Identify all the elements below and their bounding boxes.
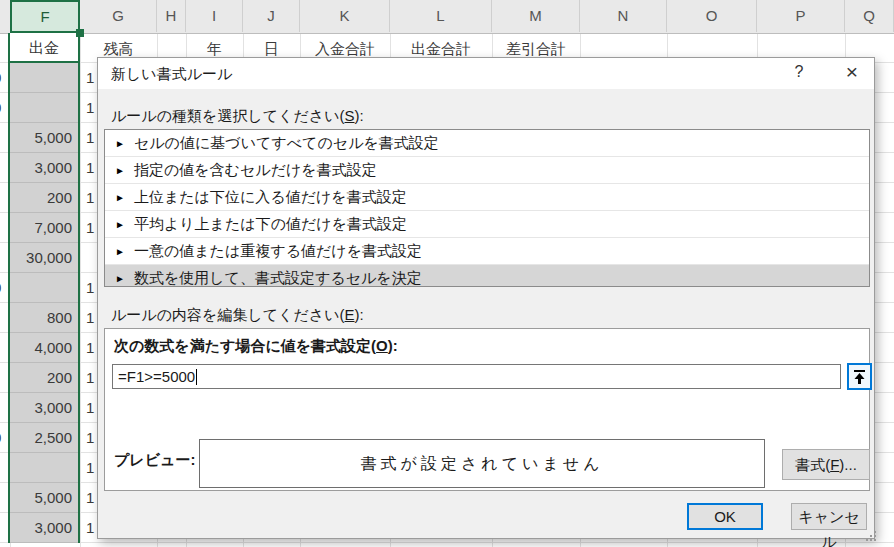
cell-e11[interactable] xyxy=(0,333,7,363)
format-button[interactable]: 書式(F)... xyxy=(782,449,870,480)
cell-g10[interactable]: 1 xyxy=(82,303,97,333)
edit-rule-label: ルールの内容を編集してください(E): xyxy=(111,306,364,325)
formula-input[interactable]: =F1>=5000 xyxy=(112,364,841,389)
cell-e16[interactable] xyxy=(0,483,7,513)
rule-type-arrow-icon: ► xyxy=(115,219,125,230)
cell-g13[interactable]: 1 xyxy=(82,393,97,423)
column-header-g[interactable]: G xyxy=(80,0,157,32)
rule-type-option-label: 平均より上または下の値だけを書式設定 xyxy=(134,215,407,232)
rule-type-option-2[interactable]: ►指定の値を含むセルだけを書式設定 xyxy=(105,157,869,184)
column-header-j[interactable]: J xyxy=(243,0,300,32)
cell-g15[interactable]: 1 xyxy=(82,453,97,483)
cell-e14[interactable]: 0 xyxy=(0,423,7,453)
sheet-gridline xyxy=(80,33,81,547)
rule-type-arrow-icon: ► xyxy=(115,192,125,203)
cell-g16[interactable]: 1 xyxy=(82,483,97,513)
cell-f17[interactable]: 3,000 xyxy=(10,513,78,543)
cell-e9[interactable]: 0 xyxy=(0,273,7,303)
rule-description-groupbox: 次の数式を満たす場合に値を書式設定(O): =F1>=5000 プレビュー: 書… xyxy=(104,328,870,491)
text-cursor xyxy=(196,369,197,385)
rule-type-option-3[interactable]: ►上位または下位に入る値だけを書式設定 xyxy=(105,184,869,211)
rule-type-label: ルールの種類を選択してください(S): xyxy=(111,107,364,126)
column-header-q[interactable]: Q xyxy=(845,0,894,32)
column-header-f[interactable]: F xyxy=(10,0,80,33)
rule-type-arrow-icon: ► xyxy=(115,273,125,284)
column-header-o[interactable]: O xyxy=(667,0,757,32)
cell-f5[interactable]: 3,000 xyxy=(10,153,78,183)
cancel-button[interactable]: キャンセル xyxy=(791,503,867,530)
column-e-values[interactable]: 0000 xyxy=(0,63,8,543)
cell-e15[interactable] xyxy=(0,453,7,483)
cell-g8[interactable] xyxy=(82,243,97,273)
cell-f16[interactable]: 5,000 xyxy=(10,483,78,513)
rule-type-arrow-icon: ► xyxy=(115,138,125,149)
rule-type-option-1[interactable]: ►セルの値に基づいてすべてのセルを書式設定 xyxy=(105,130,869,157)
cell-g11[interactable]: 1 xyxy=(82,333,97,363)
cell-f3[interactable] xyxy=(10,93,78,123)
cell-e10[interactable] xyxy=(0,303,7,333)
cell-f7[interactable]: 7,000 xyxy=(10,213,78,243)
cell-e4[interactable] xyxy=(0,123,7,153)
rule-type-option-label: セルの値に基づいてすべてのセルを書式設定 xyxy=(134,134,439,151)
column-header-strip: FGHIJKLMNOPQ xyxy=(0,0,894,34)
column-header-h[interactable]: H xyxy=(157,0,186,32)
column-g-values[interactable]: 111111111111111 xyxy=(82,63,97,543)
dialog-resize-grip[interactable] xyxy=(866,531,868,533)
cell-f1[interactable]: 出金 xyxy=(10,33,78,63)
cell-e17[interactable] xyxy=(0,513,7,543)
excel-window: FGHIJKLMNOPQ 残高年日入金合計出金合計差引合計 出金5,0003,0… xyxy=(0,0,894,547)
cell-e8[interactable] xyxy=(0,243,7,273)
cell-g12[interactable]: 1 xyxy=(82,363,97,393)
preview-box: 書式が設定されていません xyxy=(199,439,765,488)
cell-e7[interactable] xyxy=(0,213,7,243)
dialog-title: 新しい書式ルール xyxy=(111,65,232,84)
help-icon[interactable]: ? xyxy=(788,63,810,81)
column-header-p[interactable]: P xyxy=(757,0,845,32)
collapse-dialog-icon xyxy=(852,368,867,385)
formula-label: 次の数式を満たす場合に値を書式設定(O): xyxy=(114,337,398,356)
collapse-dialog-button[interactable] xyxy=(847,363,872,390)
rule-type-option-label: 数式を使用して、書式設定するセルを決定 xyxy=(134,269,422,286)
cell-f8[interactable]: 30,000 xyxy=(10,243,78,273)
cell-e6[interactable] xyxy=(0,183,7,213)
cell-g6[interactable]: 1 xyxy=(82,183,97,213)
column-header-l[interactable]: L xyxy=(390,0,492,32)
cell-e3[interactable]: 0 xyxy=(0,93,7,123)
rule-type-option-5[interactable]: ►一意の値または重複する値だけを書式設定 xyxy=(105,238,869,265)
cell-f9[interactable] xyxy=(10,273,78,303)
cell-f15[interactable] xyxy=(10,453,78,483)
cell-g4[interactable]: 1 xyxy=(82,123,97,153)
cell-g14[interactable]: 1 xyxy=(82,423,97,453)
selection-corner-handle[interactable] xyxy=(76,29,84,37)
rule-type-option-4[interactable]: ►平均より上または下の値だけを書式設定 xyxy=(105,211,869,238)
rule-type-arrow-icon: ► xyxy=(115,165,125,176)
cell-f4[interactable]: 5,000 xyxy=(10,123,78,153)
ok-button[interactable]: OK xyxy=(687,503,763,530)
cell-e13[interactable] xyxy=(0,393,7,423)
cell-g17[interactable]: 1 xyxy=(82,513,97,543)
cell-g9[interactable]: 1 xyxy=(82,273,97,303)
cell-f10[interactable]: 800 xyxy=(10,303,78,333)
cell-f11[interactable]: 4,000 xyxy=(10,333,78,363)
selected-column-f[interactable]: 出金5,0003,0002007,00030,0008004,0002003,0… xyxy=(8,33,80,543)
cell-g3[interactable]: 1 xyxy=(82,93,97,123)
column-header-n[interactable]: N xyxy=(580,0,667,32)
cell-f6[interactable]: 200 xyxy=(10,183,78,213)
rule-type-option-6[interactable]: ►数式を使用して、書式設定するセルを決定 xyxy=(105,265,869,287)
cell-g2[interactable]: 1 xyxy=(82,63,97,93)
column-header-k[interactable]: K xyxy=(300,0,390,32)
column-header-m[interactable]: M xyxy=(492,0,580,32)
cell-f12[interactable]: 200 xyxy=(10,363,78,393)
cell-e2[interactable]: 0 xyxy=(0,63,7,93)
rule-type-option-label: 上位または下位に入る値だけを書式設定 xyxy=(134,188,407,205)
preview-label: プレビュー: xyxy=(114,451,195,470)
column-header-i[interactable]: I xyxy=(186,0,243,32)
cell-e5[interactable] xyxy=(0,153,7,183)
cell-g7[interactable]: 1 xyxy=(82,213,97,243)
cell-f13[interactable]: 3,000 xyxy=(10,393,78,423)
cell-g5[interactable]: 1 xyxy=(82,153,97,183)
cell-f2[interactable] xyxy=(10,63,78,93)
cell-e12[interactable] xyxy=(0,363,7,393)
cell-f14[interactable]: 2,500 xyxy=(10,423,78,453)
close-icon[interactable]: × xyxy=(840,60,864,84)
